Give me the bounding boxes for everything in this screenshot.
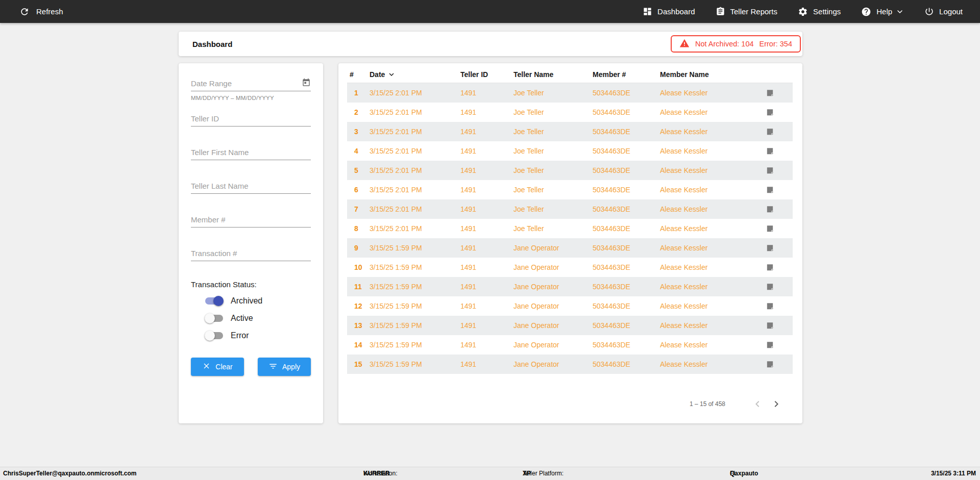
row-member-number: 5034463DE bbox=[593, 205, 660, 213]
note-icon[interactable] bbox=[766, 321, 774, 330]
table-row[interactable]: 8 3/15/25 2:01 PM 1491 Joe Teller 503446… bbox=[347, 219, 793, 238]
row-date: 3/15/25 1:59 PM bbox=[370, 321, 460, 330]
archived-toggle[interactable] bbox=[205, 296, 224, 306]
refresh-label: Refresh bbox=[36, 7, 63, 16]
column-header-teller-name[interactable]: Teller Name bbox=[513, 70, 593, 79]
row-date: 3/15/25 2:01 PM bbox=[370, 224, 460, 233]
table-row[interactable]: 3 3/15/25 2:01 PM 1491 Joe Teller 503446… bbox=[347, 122, 793, 141]
row-member-name: Alease Kessler bbox=[660, 360, 766, 368]
teller-id-input[interactable] bbox=[191, 112, 311, 124]
column-header-member-number[interactable]: Member # bbox=[593, 70, 660, 79]
row-member-number: 5034463DE bbox=[593, 302, 660, 310]
table-row[interactable]: 6 3/15/25 2:01 PM 1491 Joe Teller 503446… bbox=[347, 180, 793, 199]
note-icon[interactable] bbox=[766, 205, 774, 214]
toggle-label: Active bbox=[231, 314, 253, 323]
clear-button[interactable]: Clear bbox=[191, 358, 244, 376]
row-member-number: 5034463DE bbox=[593, 128, 660, 136]
date-range-hint: MM/DD/YYYY – MM/DD/YYYY bbox=[191, 95, 311, 101]
table-row[interactable]: 7 3/15/25 2:01 PM 1491 Joe Teller 503446… bbox=[347, 199, 793, 219]
column-header-date[interactable]: Date bbox=[370, 70, 460, 79]
note-icon[interactable] bbox=[766, 360, 774, 369]
row-teller-name: Jane Operator bbox=[513, 263, 593, 271]
row-teller-name: Joe Teller bbox=[513, 128, 593, 136]
column-header-member-name[interactable]: Member Name bbox=[660, 70, 766, 79]
note-icon[interactable] bbox=[766, 263, 774, 272]
calendar-icon[interactable] bbox=[302, 78, 311, 87]
row-teller-id: 1491 bbox=[460, 263, 513, 271]
row-member-name: Alease Kessler bbox=[660, 244, 766, 252]
transaction-number-input[interactable] bbox=[191, 247, 311, 259]
next-page-button[interactable] bbox=[770, 398, 782, 410]
previous-page-button[interactable] bbox=[751, 398, 764, 410]
nav-item-help[interactable]: Help bbox=[861, 7, 904, 17]
note-icon[interactable] bbox=[766, 166, 774, 175]
toggle-active: Active bbox=[205, 310, 311, 327]
note-icon[interactable] bbox=[766, 341, 774, 349]
clear-button-label: Clear bbox=[215, 363, 232, 371]
note-icon[interactable] bbox=[766, 224, 774, 233]
main-content: Dashboard Not Archived: 104 Error: 354 M… bbox=[179, 32, 802, 423]
help-icon bbox=[861, 7, 871, 17]
row-number: 3 bbox=[347, 128, 370, 136]
table-row[interactable]: 11 3/15/25 1:59 PM 1491 Jane Operator 50… bbox=[347, 277, 793, 296]
nav-item-teller-reports[interactable]: Teller Reports bbox=[716, 7, 778, 16]
teller-last-name-input[interactable] bbox=[191, 180, 311, 192]
apply-button[interactable]: Apply bbox=[258, 358, 311, 376]
row-date: 3/15/25 1:59 PM bbox=[370, 360, 460, 368]
table-row[interactable]: 12 3/15/25 1:59 PM 1491 Jane Operator 50… bbox=[347, 296, 793, 316]
table-row[interactable]: 13 3/15/25 1:59 PM 1491 Jane Operator 50… bbox=[347, 316, 793, 335]
row-number: 1 bbox=[347, 89, 370, 97]
row-date: 3/15/25 2:01 PM bbox=[370, 205, 460, 213]
row-date: 3/15/25 1:59 PM bbox=[370, 283, 460, 291]
table-row[interactable]: 9 3/15/25 1:59 PM 1491 Jane Operator 503… bbox=[347, 238, 793, 258]
note-icon[interactable] bbox=[766, 128, 774, 136]
nav-item-settings[interactable]: Settings bbox=[798, 7, 841, 17]
note-icon[interactable] bbox=[766, 147, 774, 156]
active-toggle[interactable] bbox=[205, 313, 224, 323]
refresh-icon bbox=[19, 7, 30, 17]
row-member-name: Alease Kessler bbox=[660, 166, 766, 174]
row-member-name: Alease Kessler bbox=[660, 128, 766, 136]
note-icon[interactable] bbox=[766, 186, 774, 194]
error-toggle[interactable] bbox=[205, 331, 224, 341]
column-header-teller-id[interactable]: Teller ID bbox=[460, 70, 513, 79]
chevron-right-icon bbox=[770, 398, 782, 410]
row-number: 7 bbox=[347, 205, 370, 213]
note-icon[interactable] bbox=[766, 283, 774, 291]
power-icon bbox=[924, 7, 934, 16]
nav-item-dashboard[interactable]: Dashboard bbox=[643, 7, 695, 16]
clipboard-icon bbox=[716, 7, 725, 16]
table-row[interactable]: 2 3/15/25 2:01 PM 1491 Joe Teller 503446… bbox=[347, 103, 793, 122]
row-number: 14 bbox=[347, 341, 370, 349]
nav-item-label: Logout bbox=[939, 7, 963, 16]
row-member-name: Alease Kessler bbox=[660, 108, 766, 116]
note-icon[interactable] bbox=[766, 108, 774, 117]
row-member-number: 5034463DE bbox=[593, 321, 660, 330]
alert-badge: Not Archived: 104 Error: 354 bbox=[671, 35, 801, 53]
member-number-input[interactable] bbox=[191, 213, 311, 225]
transactions-table-card: # Date Teller ID Teller Name Member # Me… bbox=[338, 63, 802, 423]
row-member-number: 5034463DE bbox=[593, 186, 660, 194]
table-row[interactable]: 5 3/15/25 2:01 PM 1491 Joe Teller 503446… bbox=[347, 161, 793, 180]
table-row[interactable]: 1 3/15/25 2:01 PM 1491 Joe Teller 503446… bbox=[347, 83, 793, 103]
table-row[interactable]: 4 3/15/25 2:01 PM 1491 Joe Teller 503446… bbox=[347, 141, 793, 161]
nav-item-label: Settings bbox=[813, 7, 841, 16]
row-member-name: Alease Kessler bbox=[660, 205, 766, 213]
dashboard-icon bbox=[643, 7, 652, 16]
note-icon[interactable] bbox=[766, 244, 774, 252]
warning-triangle-icon bbox=[679, 38, 690, 50]
date-range-input[interactable] bbox=[191, 77, 311, 89]
row-teller-name: Joe Teller bbox=[513, 108, 593, 116]
row-date: 3/15/25 2:01 PM bbox=[370, 128, 460, 136]
refresh-button[interactable]: Refresh bbox=[19, 7, 63, 17]
top-navbar: Refresh Dashboard Teller Reports Setting… bbox=[0, 0, 980, 23]
table-row[interactable]: 10 3/15/25 1:59 PM 1491 Jane Operator 50… bbox=[347, 258, 793, 277]
table-row[interactable]: 14 3/15/25 1:59 PM 1491 Jane Operator 50… bbox=[347, 335, 793, 355]
row-member-number: 5034463DE bbox=[593, 166, 660, 174]
note-icon[interactable] bbox=[766, 302, 774, 311]
note-icon[interactable] bbox=[766, 89, 774, 97]
nav-item-logout[interactable]: Logout bbox=[924, 7, 963, 16]
row-date: 3/15/25 1:59 PM bbox=[370, 302, 460, 310]
teller-first-name-input[interactable] bbox=[191, 146, 311, 158]
table-row[interactable]: 15 3/15/25 1:59 PM 1491 Jane Operator 50… bbox=[347, 355, 793, 374]
